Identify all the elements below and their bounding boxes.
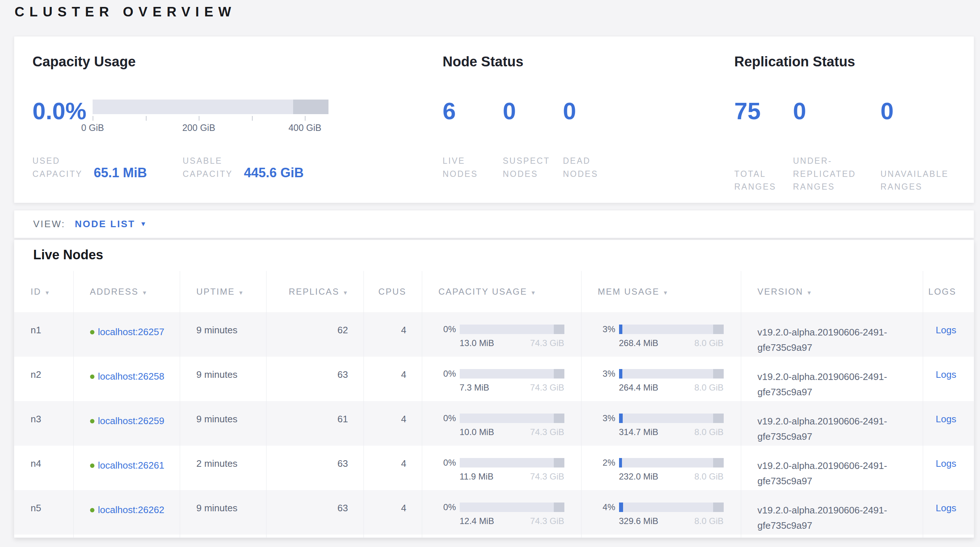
capacity-usage-percent: 0.0%: [32, 99, 92, 123]
memory-usage: 3%264.4 MiB8.0 GiB: [598, 369, 741, 393]
cell-empty: [581, 534, 741, 538]
table-row: n5localhost:262629 minutes6340%12.4 MiB7…: [14, 490, 974, 534]
cell-memory: 2%232.0 MiB8.0 GiB: [581, 445, 741, 490]
column-header-version[interactable]: VERSION▼: [741, 271, 923, 312]
cell-replicas: 63: [266, 445, 363, 490]
cell-cpus: 4: [363, 401, 422, 445]
capacity-bar-reserved: [554, 324, 565, 334]
column-header-label: MEM USAGE: [598, 287, 660, 296]
memory-usage-values: 268.4 MiB8.0 GiB: [619, 338, 724, 348]
cell-empty: [14, 534, 73, 538]
axis-tick: [146, 116, 146, 121]
cell-empty: [422, 534, 581, 538]
column-header-replicas[interactable]: REPLICAS▼: [266, 271, 363, 312]
capacity-bar-reserved: [293, 100, 328, 114]
column-header-address[interactable]: ADDRESS▼: [73, 271, 180, 312]
table-header-row: ID▼ADDRESS▼UPTIME▼REPLICAS▼CPUSCAPACITY …: [14, 271, 974, 312]
memory-bar-track: [619, 502, 724, 512]
capacity-bar-track: [460, 458, 565, 467]
column-header-label: UPTIME: [197, 287, 235, 296]
memory-used-value: 329.6 MiB: [619, 516, 659, 526]
memory-bar-reserved: [713, 413, 724, 423]
view-selector-bar: VIEW: NODE LIST ▼: [14, 210, 974, 238]
capacity-bar-reserved: [554, 458, 565, 467]
memory-usage-percent: 3%: [598, 413, 616, 437]
cell-cpus: 4: [363, 357, 422, 401]
node-address-link[interactable]: localhost:26261: [98, 460, 164, 471]
cell-cpus: 4: [363, 445, 422, 490]
node-address-link[interactable]: localhost:26259: [98, 415, 164, 426]
capacity-used-value: 7.3 MiB: [460, 383, 489, 393]
column-header-label: ID: [30, 287, 41, 296]
cell-replicas: 63: [266, 357, 363, 401]
cell-version: v19.2.0-alpha.20190606-2491-gfe735c9a97: [741, 357, 923, 401]
node-address-link[interactable]: localhost:26258: [98, 371, 164, 382]
logs-link[interactable]: Logs: [936, 369, 956, 380]
cell-version: v19.2.0-alpha.20190606-2491-gfe735c9a97: [741, 312, 923, 357]
axis-tick-label: 0 GiB: [81, 122, 104, 133]
capacity-bar-track: [460, 324, 565, 334]
capacity-usage: 0%11.9 MiB74.3 GiB: [439, 458, 581, 482]
cell-empty: [266, 534, 363, 538]
replication-status-values: 7500: [734, 99, 966, 123]
capacity-total-value: 74.3 GiB: [530, 338, 564, 348]
cell-version: v19.2.0-alpha.20190606-2491-gfe735c9a97: [741, 445, 923, 490]
cell-address: localhost:26259: [73, 401, 180, 445]
cell-capacity: 0%10.0 MiB74.3 GiB: [422, 401, 581, 445]
capacity-bar-reserved: [554, 369, 565, 378]
memory-usage: 3%268.4 MiB8.0 GiB: [598, 324, 741, 348]
memory-bar-fill: [619, 324, 622, 334]
capacity-usage-bar-chart: 0 GiB200 GiB400 GiB: [92, 99, 328, 123]
axis-tick: [92, 116, 93, 121]
cell-cpus: 4: [363, 490, 422, 534]
column-header-capacity[interactable]: CAPACITY USAGE▼: [422, 271, 581, 312]
axis-tick: [199, 116, 199, 121]
capacity-stat-label: USABLE CAPACITY: [183, 154, 242, 181]
cell-node-id: n3: [14, 401, 73, 445]
cell-address: localhost:26258: [73, 357, 180, 401]
capacity-usage-bar: 13.0 MiB74.3 GiB: [460, 324, 565, 348]
node-stat-number: 6: [442, 99, 503, 123]
column-header-cpus: CPUS: [363, 271, 422, 312]
node-stat-value: 6: [442, 99, 503, 123]
cell-version: v19.2.0-alpha.20190606-2491-gfe735c9a97: [741, 490, 923, 534]
capacity-usage: 0%7.3 MiB74.3 GiB: [439, 369, 581, 393]
sort-descending-icon: ▼: [530, 289, 536, 296]
capacity-usage-percent: 0%: [439, 413, 456, 437]
node-stat-label-box: LIVE NODES: [442, 154, 503, 181]
memory-usage-values: 232.0 MiB8.0 GiB: [619, 472, 724, 482]
node-address-link[interactable]: localhost:26257: [98, 326, 164, 337]
cluster-summary-card: Capacity Usage 0.0% 0 GiB200 GiB400 GiB …: [14, 36, 974, 203]
cell-node-id: n5: [14, 490, 73, 534]
replication-stat-label-box: UNAVAILABLE RANGES: [880, 168, 966, 194]
logs-link[interactable]: Logs: [936, 458, 956, 469]
cell-replicas: 62: [266, 312, 363, 357]
replication-stat-label: TOTAL RANGES: [734, 168, 793, 194]
cell-logs: Logs: [923, 401, 974, 445]
replication-stat-number: 75: [734, 99, 793, 123]
memory-usage: 3%314.7 MiB8.0 GiB: [598, 413, 741, 437]
column-header-logs: LOGS: [923, 271, 974, 312]
cell-empty: [73, 534, 180, 538]
logs-link[interactable]: Logs: [936, 413, 956, 425]
cell-logs: Logs: [923, 490, 974, 534]
capacity-used-value: 10.0 MiB: [460, 427, 495, 437]
live-node-status-dot: [90, 508, 94, 512]
live-nodes-card: Live Nodes ID▼ADDRESS▼UPTIME▼REPLICAS▼CP…: [14, 240, 974, 538]
capacity-usage-values: 12.4 MiB74.3 GiB: [460, 516, 565, 526]
memory-usage-bar: 314.7 MiB8.0 GiB: [619, 413, 724, 437]
column-header-id[interactable]: ID▼: [14, 271, 73, 312]
capacity-bar-track: [460, 413, 565, 423]
column-header-memory[interactable]: MEM USAGE▼: [581, 271, 741, 312]
column-header-label: VERSION: [757, 287, 803, 296]
live-node-status-dot: [90, 463, 94, 468]
capacity-stat: USABLE CAPACITY445.6 GiB: [183, 154, 304, 181]
column-header-uptime[interactable]: UPTIME▼: [180, 271, 266, 312]
capacity-usage-percent: 0%: [439, 324, 456, 348]
view-dropdown[interactable]: NODE LIST ▼: [75, 218, 146, 230]
node-address-link[interactable]: localhost:26262: [98, 504, 164, 515]
capacity-total-value: 74.3 GiB: [530, 472, 564, 482]
memory-usage-values: 264.4 MiB8.0 GiB: [619, 383, 724, 393]
logs-link[interactable]: Logs: [936, 324, 956, 336]
logs-link[interactable]: Logs: [936, 502, 956, 514]
